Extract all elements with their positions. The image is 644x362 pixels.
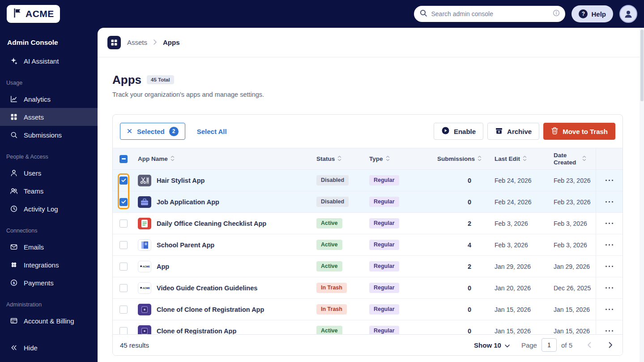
table-row[interactable]: ACME App Active Regular 2 Jan 29, 2026 J…: [113, 256, 623, 277]
last-edit-date: Feb 3, 2026: [491, 234, 550, 255]
sidebar-item-label: Users: [24, 169, 41, 177]
admin-console-screen: ACME ? Help Admin Console AI Assistant U…: [0, 0, 644, 362]
envelope-icon: [10, 243, 18, 251]
chevron-right-icon: [154, 39, 157, 47]
table-row[interactable]: Clone of Clone of Registration App In Tr…: [113, 299, 623, 320]
page-subtitle: Track your organization's apps and manag…: [112, 91, 623, 99]
move-to-trash-button[interactable]: Move to Trash: [543, 123, 615, 140]
date-created: Feb 3, 2026: [550, 213, 596, 234]
page-size-select[interactable]: Show 10: [474, 341, 510, 349]
last-edit-date: Jan 15, 2026: [491, 299, 550, 320]
row-actions-button[interactable]: [596, 191, 623, 212]
table-row[interactable]: ACME Video Guide Creation Guidelines In …: [113, 277, 623, 299]
table-row[interactable]: Job Application App Disabled Regular 0 F…: [113, 191, 623, 213]
sidebar-item-activity-log[interactable]: Activity Log: [0, 200, 98, 218]
page-label: Page: [521, 341, 537, 349]
sidebar-item-users[interactable]: Users: [0, 164, 98, 182]
last-edit-date: Feb 24, 2026: [491, 170, 550, 191]
row-actions-button[interactable]: [596, 277, 623, 298]
help-button[interactable]: ? Help: [571, 5, 613, 22]
scrollbar-thumb[interactable]: [640, 30, 644, 101]
row-checkbox[interactable]: [119, 220, 128, 228]
search-icon: [419, 9, 427, 19]
date-created: Feb 23, 2026: [550, 170, 596, 191]
row-checkbox[interactable]: [119, 284, 128, 292]
sidebar-item-emails[interactable]: Emails: [0, 238, 98, 256]
archive-button[interactable]: Archive: [487, 123, 539, 140]
date-created: Jan 15, 2026: [550, 299, 596, 320]
window-scrollbar[interactable]: [640, 28, 644, 362]
row-checkbox[interactable]: [119, 327, 128, 335]
type-badge: Regular: [369, 175, 399, 185]
row-checkbox[interactable]: [119, 241, 128, 249]
row-actions-button[interactable]: [596, 213, 623, 234]
app-icon: [138, 218, 151, 229]
select-all-checkbox[interactable]: [119, 155, 128, 163]
acme-logo[interactable]: ACME: [7, 5, 60, 23]
table-row[interactable]: Daily Office Cleaning Checklist App Acti…: [113, 213, 623, 234]
info-icon[interactable]: [553, 9, 560, 18]
column-header-date-created[interactable]: Date Created: [550, 148, 596, 169]
sort-icon: [337, 155, 341, 163]
submissions-count: 2: [434, 256, 491, 277]
sidebar-item-integrations[interactable]: Integrations: [0, 256, 98, 274]
help-label: Help: [591, 10, 606, 18]
sort-icon: [582, 155, 586, 163]
breadcrumb-assets-link[interactable]: Assets: [127, 39, 147, 46]
previous-page-button[interactable]: [584, 340, 594, 350]
type-badge: Regular: [369, 240, 399, 250]
sort-icon: [478, 155, 482, 163]
select-all-button[interactable]: Select All: [197, 128, 227, 135]
row-actions-button[interactable]: [596, 299, 623, 320]
avatar[interactable]: [619, 5, 637, 23]
chevron-down-icon: [505, 341, 510, 349]
date-created: Feb 3, 2026: [550, 234, 596, 255]
of-pages-label: of 5: [561, 341, 572, 349]
ellipsis-icon: [606, 309, 614, 310]
sidebar-item-teams[interactable]: Teams: [0, 182, 98, 200]
next-page-button[interactable]: [606, 340, 615, 350]
column-header-submissions[interactable]: Submissions: [434, 148, 491, 169]
sidebar-section-people-access: People & Access: [0, 144, 98, 164]
sidebar-item-submissions[interactable]: Submissions: [0, 126, 98, 144]
ellipsis-icon: [606, 223, 614, 224]
sidebar-hide-button[interactable]: Hide: [0, 339, 98, 357]
sidebar-item-label: Account & Billing: [24, 317, 74, 325]
table-row[interactable]: School Parent App Active Regular 4 Feb 3…: [113, 234, 623, 256]
page-number-input[interactable]: [542, 338, 557, 352]
sort-icon: [171, 155, 175, 163]
app-name: App: [157, 263, 169, 270]
sidebar-section-administration: Administration: [0, 292, 98, 312]
column-header-actions: [596, 148, 623, 169]
table-row[interactable]: Hair Stylist App Disabled Regular 0 Feb …: [113, 170, 623, 191]
billing-card-icon: [10, 317, 18, 325]
column-header-type[interactable]: Type: [366, 148, 434, 169]
selected-button[interactable]: Selected 2: [120, 123, 185, 140]
row-checkbox[interactable]: [119, 263, 128, 271]
row-actions-button[interactable]: [596, 170, 623, 191]
sidebar-title: Admin Console: [0, 32, 98, 52]
sidebar-item-ai-assistant[interactable]: AI Assistant: [0, 52, 98, 70]
selected-count-badge: 2: [169, 127, 179, 136]
row-actions-button[interactable]: [596, 256, 623, 277]
type-badge: Regular: [369, 197, 399, 207]
enable-button[interactable]: Enable: [434, 123, 483, 140]
row-checkbox[interactable]: [119, 306, 128, 314]
search-input[interactable]: [431, 10, 549, 17]
column-header-app-name[interactable]: App Name: [134, 148, 313, 169]
trash-icon: [551, 127, 559, 136]
row-actions-button[interactable]: [596, 234, 623, 255]
sidebar-item-analytics[interactable]: Analytics: [0, 90, 98, 108]
app-icon: ACME: [138, 261, 151, 272]
sidebar-item-account-billing[interactable]: Account & Billing: [0, 312, 98, 330]
row-checkbox[interactable]: [119, 177, 128, 185]
user-icon: [10, 169, 18, 177]
column-header-last-edit[interactable]: Last Edit: [491, 148, 550, 169]
sidebar-item-assets[interactable]: Assets: [0, 108, 98, 126]
sidebar-item-payments[interactable]: $ Payments: [0, 274, 98, 292]
sidebar-item-label: Submissions: [24, 131, 62, 139]
row-checkbox[interactable]: [119, 198, 128, 206]
status-badge: Disabled: [316, 197, 349, 207]
last-edit-date: Feb 24, 2026: [491, 191, 550, 212]
column-header-status[interactable]: Status: [313, 148, 366, 169]
